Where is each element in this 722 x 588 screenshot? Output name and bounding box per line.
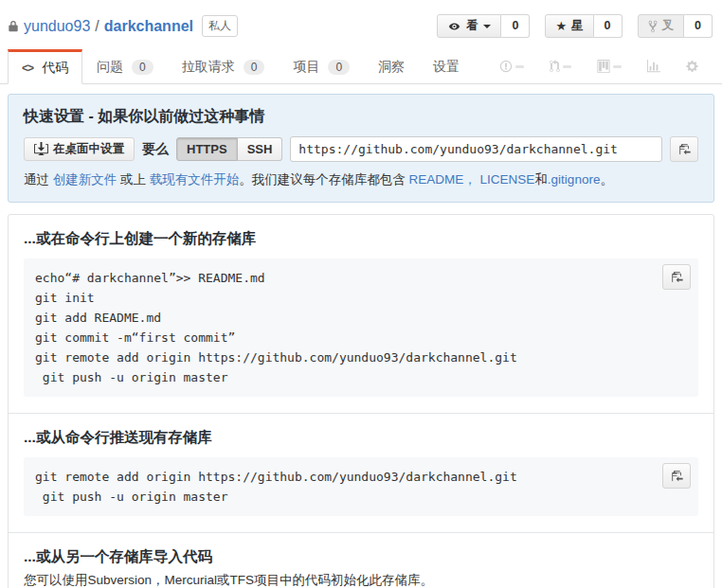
quick-setup-hint: 通过 创建新文件 或上 载现有文件开始。我们建议每个存储库都包含 README，… bbox=[24, 171, 698, 188]
tab-code[interactable]: <> 代码 bbox=[8, 49, 82, 84]
repo-nav: <> 代码 问题 0 拉取请求 0 项目 0 洞察 设置 bbox=[0, 49, 722, 84]
pull-requests-counter: 0 bbox=[244, 60, 265, 75]
repo-page: yunduo93 / darkchannel 私人 看 0 ★ 星 bbox=[0, 0, 722, 588]
copy-create-code-button[interactable] bbox=[662, 264, 691, 290]
import-code-title: ...或从另一个存储库导入代码 bbox=[24, 547, 698, 567]
import-code-description: 您可以使用Subversion，Mercurial或TFS项目中的代码初始化此存… bbox=[24, 572, 698, 588]
hint-text: 。我们建议每个存储库都包含 bbox=[239, 172, 408, 187]
hint-text: 和 bbox=[534, 172, 548, 187]
quick-setup-box: 快速设置 - 如果你以前做过这种事情 在桌面中设置 要么 HTTPS SSH 通… bbox=[8, 94, 714, 203]
tab-code-label: 代码 bbox=[42, 60, 68, 77]
create-repo-code-wrap: echo“# darkchannel”>> README.md git init… bbox=[24, 258, 698, 397]
caret-down-icon bbox=[483, 25, 491, 28]
star-button[interactable]: ★ 星 bbox=[545, 14, 593, 38]
fork-button[interactable]: 叉 bbox=[638, 14, 685, 38]
hint-text: 通过 bbox=[24, 172, 53, 187]
breadcrumb-separator: / bbox=[95, 18, 99, 35]
setup-row: 在桌面中设置 要么 HTTPS SSH bbox=[24, 136, 698, 162]
desktop-download-icon bbox=[34, 142, 48, 156]
create-repo-title: ...或在命令行上创建一个新的存储库 bbox=[24, 229, 698, 249]
push-existing-section: ...或从命令行推送现有存储库 git remote add origin ht… bbox=[9, 414, 713, 532]
push-existing-title: ...或从命令行推送现有存储库 bbox=[24, 428, 698, 448]
protocol-switch: HTTPS SSH bbox=[176, 137, 282, 161]
setup-in-desktop-label: 在桌面中设置 bbox=[53, 142, 124, 156]
quick-setup-title: 快速设置 - 如果你以前做过这种事情 bbox=[24, 107, 698, 127]
create-repo-section: ...或在命令行上创建一个新的存储库 echo“# darkchannel”>>… bbox=[9, 215, 713, 413]
tab-pull-requests[interactable]: 拉取请求 0 bbox=[168, 49, 280, 84]
empty-repo-instructions: ...或在命令行上创建一个新的存储库 echo“# darkchannel”>>… bbox=[8, 214, 714, 588]
license-link[interactable]: LICENSE bbox=[480, 172, 535, 187]
star-label: 星 bbox=[571, 19, 584, 33]
copy-push-code-button[interactable] bbox=[662, 463, 691, 489]
create-repo-code: echo“# darkchannel”>> README.md git init… bbox=[24, 258, 698, 397]
hint-text: 。 bbox=[600, 172, 613, 187]
issue-opened-icon bbox=[499, 49, 524, 83]
watch-button[interactable]: 看 bbox=[437, 14, 502, 38]
repo-link[interactable]: darkchannel bbox=[104, 18, 193, 35]
graph-icon bbox=[647, 49, 660, 83]
loading-dash bbox=[563, 65, 571, 68]
project-icon bbox=[597, 49, 622, 83]
star-group: ★ 星 0 bbox=[545, 14, 622, 38]
projects-counter: 0 bbox=[328, 60, 350, 75]
pull-request-icon bbox=[550, 49, 571, 83]
readme-link[interactable]: README， bbox=[409, 172, 477, 187]
repo-header: yunduo93 / darkchannel 私人 看 0 ★ 星 bbox=[0, 0, 722, 49]
create-new-file-link[interactable]: 创建新文件 bbox=[53, 172, 117, 187]
upload-existing-file-link[interactable]: 载现有文件开始 bbox=[150, 172, 240, 187]
breadcrumb: yunduo93 / darkchannel 私人 bbox=[8, 15, 238, 37]
tab-issues[interactable]: 问题 0 bbox=[82, 49, 168, 84]
watch-group: 看 0 bbox=[437, 14, 530, 38]
ssh-button[interactable]: SSH bbox=[238, 137, 283, 161]
code-icon: <> bbox=[22, 62, 33, 75]
tab-settings[interactable]: 设置 bbox=[419, 49, 474, 84]
tab-pull-requests-label: 拉取请求 bbox=[182, 59, 235, 76]
issues-counter: 0 bbox=[132, 60, 153, 75]
fork-group: 叉 0 bbox=[638, 14, 713, 38]
clone-url-input[interactable] bbox=[290, 136, 662, 162]
tab-insights[interactable]: 洞察 bbox=[364, 49, 419, 84]
tab-projects-label: 项目 bbox=[293, 59, 319, 76]
loading-dash bbox=[515, 65, 524, 68]
push-existing-code-wrap: git remote add origin https://github.com… bbox=[24, 457, 698, 516]
loading-dash bbox=[613, 65, 622, 68]
https-button[interactable]: HTTPS bbox=[176, 137, 238, 161]
fork-icon bbox=[648, 20, 658, 33]
setup-in-desktop-button[interactable]: 在桌面中设置 bbox=[24, 137, 135, 161]
tab-issues-label: 问题 bbox=[97, 59, 123, 76]
hint-text: 或上 bbox=[117, 172, 150, 187]
tab-projects[interactable]: 项目 0 bbox=[279, 49, 364, 84]
lock-icon bbox=[8, 19, 19, 33]
repo-actions: 看 0 ★ 星 0 叉 0 bbox=[437, 14, 714, 38]
tab-settings-label: 设置 bbox=[433, 59, 460, 76]
tab-insights-label: 洞察 bbox=[378, 59, 405, 76]
watch-count[interactable]: 0 bbox=[501, 14, 530, 38]
import-code-section: ...或从另一个存储库导入代码 您可以使用Subversion，Mercuria… bbox=[9, 533, 713, 588]
or-label: 要么 bbox=[142, 141, 169, 158]
gitignore-link[interactable]: .gitignore bbox=[548, 172, 601, 187]
clipboard-icon bbox=[671, 470, 683, 483]
eye-icon bbox=[447, 21, 461, 32]
star-count[interactable]: 0 bbox=[594, 14, 623, 38]
owner-link[interactable]: yunduo93 bbox=[24, 18, 90, 35]
fork-label: 叉 bbox=[662, 19, 675, 33]
clipboard-icon bbox=[678, 143, 691, 156]
fork-count[interactable]: 0 bbox=[684, 14, 713, 38]
clipboard-icon bbox=[671, 271, 683, 284]
gear-icon bbox=[686, 49, 698, 83]
private-badge: 私人 bbox=[202, 15, 238, 37]
star-icon: ★ bbox=[555, 20, 567, 32]
push-existing-code: git remote add origin https://github.com… bbox=[24, 457, 698, 516]
copy-url-button[interactable] bbox=[670, 136, 698, 162]
watch-label: 看 bbox=[466, 19, 478, 33]
